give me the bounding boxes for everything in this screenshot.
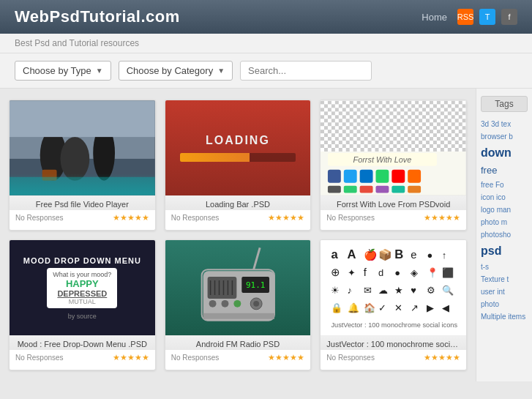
search-input[interactable] (240, 61, 372, 81)
video-thumb-svg (10, 100, 155, 195)
svg-text:JustVector : 100 monochrome so: JustVector : 100 monochrome social icons (331, 321, 458, 329)
svg-text:B: B (395, 247, 404, 261)
thumb-video-player (10, 100, 155, 195)
thumb-loading-bar: LOADING (165, 100, 311, 195)
card-footer-radio: No Responses ★★★★★ (165, 350, 311, 367)
tag-free-fo[interactable]: free Fo (481, 179, 528, 191)
card-footer-mood: No Responses ★★★★★ (10, 350, 155, 367)
svg-text:91.1: 91.1 (246, 280, 265, 290)
nav-home-link[interactable]: Home (422, 12, 447, 23)
tag-free[interactable]: free (481, 163, 528, 179)
svg-rect-23 (344, 186, 357, 193)
tagline: Best Psd and Tutorial resources (15, 38, 139, 48)
loading-text: LOADING (206, 134, 270, 147)
tags-header: Tags (481, 96, 528, 112)
tag-photoshop[interactable]: photosho (481, 228, 528, 241)
svg-point-42 (253, 301, 259, 307)
svg-point-44 (221, 300, 228, 307)
tag-multiple[interactable]: Multiple items (481, 310, 528, 323)
controls-bar: Choose by Type ▼ Choose by Category ▼ (0, 53, 532, 89)
card-justvector: a A 🍎 📦 B e ● ↑ ⊕ ✦ f d ● ◈ � (320, 239, 467, 370)
svg-rect-24 (360, 186, 373, 193)
tag-user[interactable]: user int (481, 286, 528, 298)
svg-rect-26 (392, 186, 405, 193)
svg-text:📦: 📦 (378, 248, 392, 261)
svg-point-43 (209, 300, 216, 307)
card-footer-forrst: No Responses ★★★★★ (321, 210, 466, 227)
icons-svg: a A 🍎 📦 B e ● ↑ ⊕ ✦ f d ● ◈ � (324, 244, 462, 332)
chevron-down-icon: ▼ (217, 67, 225, 75)
forrst-bg-svg: Forrst With Love (321, 100, 466, 195)
thumb-forrst: Forrst With Love (321, 100, 466, 195)
svg-rect-18 (360, 170, 373, 183)
tag-psd[interactable]: psd (481, 241, 528, 261)
card-thumb-icons: a A 🍎 📦 B e ● ↑ ⊕ ✦ f d ● ◈ � (321, 240, 466, 335)
tag-browser[interactable]: browser b (481, 130, 528, 143)
response-count: No Responses (171, 214, 220, 222)
svg-point-3 (61, 137, 90, 181)
svg-text:☀: ☀ (331, 285, 340, 296)
svg-text:◀: ◀ (442, 302, 449, 313)
response-count: No Responses (171, 354, 220, 362)
svg-rect-19 (376, 170, 389, 183)
svg-text:a: a (331, 247, 339, 261)
choose-category-label: Choose by Category (127, 65, 214, 76)
svg-rect-46 (203, 313, 274, 319)
svg-text:✉: ✉ (364, 285, 372, 296)
svg-rect-5 (42, 170, 57, 181)
radio-svg: 91.1 (165, 240, 311, 335)
svg-rect-17 (344, 170, 357, 183)
card-thumb-forrst: Forrst With Love (321, 100, 466, 195)
subheader: Best Psd and Tutorial resources (0, 34, 532, 53)
response-count: No Responses (15, 214, 64, 222)
facebook-icon[interactable]: f (501, 9, 517, 25)
twitter-icon[interactable]: T (479, 9, 495, 25)
svg-text:✓: ✓ (378, 302, 386, 313)
thumb-mood-menu: MOOD DROP DOWN MENU What is your mood? H… (10, 240, 155, 335)
svg-text:e: e (411, 249, 417, 261)
card-thumb-mood: MOOD DROP DOWN MENU What is your mood? H… (10, 240, 155, 335)
mood-question: What is your mood? (53, 271, 111, 278)
svg-text:⚙: ⚙ (427, 285, 436, 296)
svg-text:↑: ↑ (442, 250, 446, 261)
choose-by-category-dropdown[interactable]: Choose by Category ▼ (119, 61, 233, 81)
card-footer-video: No Responses ★★★★★ (10, 210, 155, 227)
svg-text:●: ● (395, 267, 401, 278)
choose-by-type-dropdown[interactable]: Choose by Type ▼ (15, 61, 111, 81)
site-title: WebPsdTutorial.com (15, 7, 180, 26)
svg-rect-47 (326, 244, 461, 332)
tag-icon[interactable]: icon ico (481, 191, 528, 204)
star-rating: ★★★★★ (268, 353, 304, 362)
card-footer-icons: No Responses ★★★★★ (321, 350, 466, 367)
svg-text:d: d (378, 267, 383, 278)
svg-rect-16 (328, 170, 341, 183)
tag-photo-m[interactable]: photo m (481, 216, 528, 228)
card-loading-bar: LOADING Loading Bar .PSD No Responses ★★… (165, 100, 312, 231)
svg-text:◈: ◈ (411, 267, 419, 278)
rss-icon[interactable]: RSS (457, 9, 473, 25)
svg-text:Forrst With Love: Forrst With Love (353, 155, 412, 164)
svg-text:✦: ✦ (348, 267, 356, 278)
svg-text:●: ● (427, 250, 433, 261)
mood-depressed: DEPRESSED (53, 289, 111, 298)
svg-text:♥: ♥ (411, 285, 417, 296)
tag-ts[interactable]: t-s (481, 261, 528, 273)
svg-rect-21 (408, 170, 422, 183)
tag-photo[interactable]: photo (481, 298, 528, 310)
tag-3d[interactable]: 3d 3d tex (481, 118, 528, 130)
card-mood: MOOD DROP DOWN MENU What is your mood? H… (9, 239, 156, 370)
mood-credit: by source (68, 313, 97, 320)
tag-logo[interactable]: logo man (481, 204, 528, 216)
tag-down[interactable]: down (481, 143, 528, 163)
svg-rect-12 (321, 100, 466, 152)
tag-texture[interactable]: Texture t (481, 273, 528, 286)
star-rating: ★★★★★ (113, 353, 149, 362)
card-video-player: Free Psd file Video Player No Responses … (9, 100, 156, 231)
svg-text:📍: 📍 (427, 267, 440, 279)
star-rating: ★★★★★ (268, 213, 304, 223)
mood-mutual: MUTUAL (53, 298, 111, 305)
card-label-forrst: Forrst With Love From PSDvoid (321, 195, 466, 210)
card-label-video: Free Psd file Video Player (10, 195, 155, 210)
star-rating: ★★★★★ (424, 213, 460, 223)
sidebar: Tags 3d 3d tex browser b down free free … (476, 89, 532, 381)
